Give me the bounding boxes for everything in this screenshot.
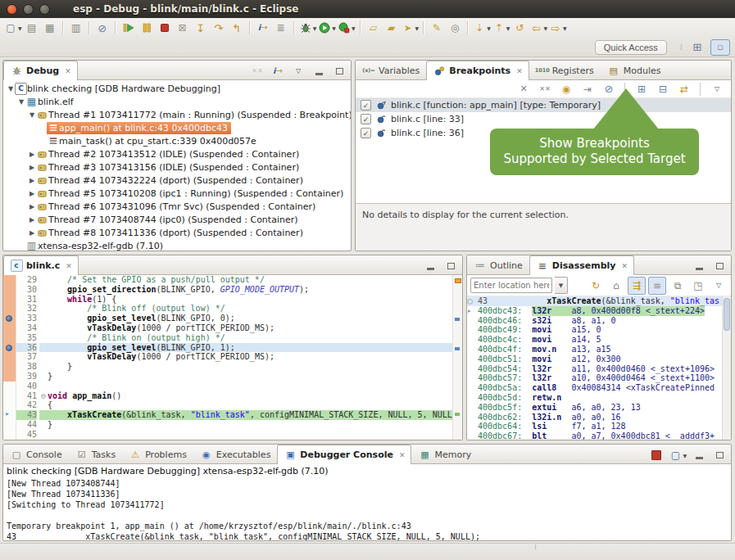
debug-perspective-button[interactable]: ▫	[710, 39, 730, 56]
toolbar-print-button[interactable]: ▥	[67, 19, 85, 37]
fold-marker[interactable]	[39, 343, 48, 353]
disassembly-minimize-button[interactable]	[690, 257, 708, 275]
toolbar-skip-all-breakpoints-button[interactable]: ⊘	[93, 19, 111, 37]
view-tab-modules[interactable]: ▤Modules	[601, 61, 668, 79]
fold-marker[interactable]	[39, 362, 48, 372]
tree-expander-icon[interactable]: ▶	[28, 203, 36, 210]
gutter-line[interactable]	[3, 362, 16, 372]
disassembly-show-source-button[interactable]: ≡	[648, 277, 666, 295]
new-wizard-dropdown-arrow[interactable]: ▼	[18, 25, 22, 31]
debug-tab-debug[interactable]: Debug✕	[3, 61, 78, 80]
view-tab-registers[interactable]: 1010Registers	[529, 61, 601, 79]
tree-row[interactable]: main_task() at cpu_start.c:339 0x400d057…	[3, 134, 351, 147]
debug-view-minimize-button[interactable]	[310, 62, 328, 80]
gutter-line[interactable]	[3, 295, 16, 305]
fold-marker[interactable]	[39, 304, 48, 314]
back-dropdown-arrow[interactable]: ▼	[543, 25, 547, 31]
overview-mark-breakpoint-36[interactable]	[455, 347, 460, 350]
tree-expander-icon[interactable]: ▶	[28, 164, 36, 171]
tree-row[interactable]: ▼▦blink.elf	[3, 95, 351, 108]
breakpoint-checkbox[interactable]: ✓	[361, 100, 371, 111]
tree-expander-icon[interactable]: ▶	[28, 190, 36, 197]
gutter-line[interactable]	[3, 400, 16, 410]
tree-row[interactable]: ▶Thread #4 1073432224 (dport) (Suspended…	[3, 174, 351, 187]
launch-target-dropdown-arrow[interactable]: ▼	[415, 25, 420, 31]
fold-marker[interactable]: ⊖	[39, 391, 48, 401]
tree-row[interactable]: ▼Cblink checking [GDB Hardware Debugging…	[3, 82, 351, 95]
open-perspective-button[interactable]: ⊞	[687, 39, 707, 56]
toolbar-disconnect-button[interactable]: ⊠	[174, 19, 192, 37]
gutter-line[interactable]	[3, 391, 16, 401]
breakpoint-marker-icon[interactable]	[6, 315, 12, 322]
fold-marker[interactable]	[39, 410, 48, 420]
editor-overview-ruler[interactable]	[452, 275, 462, 440]
tree-expander-icon[interactable]: ▼	[28, 111, 36, 119]
gutter-line[interactable]	[3, 304, 16, 314]
breakpoints-show-breakpoints-supported-button[interactable]: ◉	[557, 80, 575, 98]
tree-row[interactable]: ▶Thread #5 1073410208 (ipc1 : Running) (…	[3, 187, 351, 200]
debug-view-view-menu-button[interactable]: ▽	[289, 62, 307, 80]
editor-maximize-button[interactable]	[442, 257, 460, 275]
fold-marker[interactable]	[39, 400, 48, 410]
location-input[interactable]	[470, 278, 552, 293]
tree-expander-icon[interactable]: ▶	[28, 151, 36, 158]
disassembly-home-button[interactable]: ⌂	[607, 277, 625, 295]
tree-row[interactable]: ▶Thread #7 1073408744 (ipc0) (Suspended …	[3, 213, 351, 226]
fold-marker[interactable]	[39, 275, 48, 285]
fold-marker[interactable]	[39, 295, 48, 305]
disassembly-copy-button[interactable]: ⧉	[669, 277, 687, 295]
disassembly-scrollbar[interactable]	[722, 296, 731, 440]
sash-drag-handle[interactable]: ⁞	[534, 545, 537, 549]
fold-marker[interactable]	[39, 352, 48, 362]
tree-row[interactable]: app_main() at blink.c:43 0x400dbc43	[3, 121, 351, 134]
toolbar-previous-annotation-button[interactable]: ⇡▼	[492, 19, 511, 37]
window-minimize-button[interactable]	[23, 4, 34, 15]
disassembly-instruction-row[interactable]: 400dbc64: lsi f7, a1, 128	[467, 422, 731, 431]
toolbar-forward-button[interactable]: ⇨▼	[548, 19, 568, 37]
window-maximize-button[interactable]	[39, 4, 50, 15]
toolbar-mark-occurrences-button[interactable]: ◎	[446, 19, 464, 37]
disassembly-instruction-row[interactable]: 400dbc49: movi a15, 0	[467, 325, 731, 335]
close-tab-icon[interactable]: ✕	[65, 67, 71, 75]
debug-view-instruction-stepping-button[interactable]: i→	[269, 62, 287, 80]
toolbar-launch-target-button[interactable]: ➤▼	[401, 19, 420, 37]
disassembly-instruction-row[interactable]: 400dbc4c: movi a14, 5	[467, 335, 731, 345]
toolbar-new-wizard-button[interactable]: ▢▼	[3, 19, 23, 37]
toolbar-debug-button[interactable]: ▼	[298, 19, 318, 37]
previous-annotation-dropdown-arrow[interactable]: ▼	[506, 25, 510, 31]
gutter-line[interactable]	[3, 323, 16, 333]
tree-row[interactable]: ▶Thread #8 1073411336 (dport) (Suspended…	[3, 226, 351, 239]
window-close-button[interactable]	[7, 4, 17, 15]
disassembly-instruction-row[interactable]: 400dbc54: l32r a11, 0x400d0460 <_stext+1…	[467, 364, 731, 374]
gutter-line[interactable]	[3, 314, 16, 323]
toolbar-external-tools-button[interactable]: ▼	[337, 19, 356, 37]
gutter-line[interactable]	[3, 275, 16, 285]
console-tab-problems[interactable]: ⚠Problems	[122, 445, 193, 463]
gutter-line[interactable]	[3, 285, 16, 295]
tree-row[interactable]: ▶Thread #2 1073413512 (IDLE) (Suspended …	[3, 147, 351, 160]
disassembly-view-menu-button[interactable]: ▽	[710, 277, 728, 295]
forward-dropdown-arrow[interactable]: ▼	[563, 25, 567, 31]
fold-marker[interactable]	[39, 314, 48, 323]
toolbar-back-button[interactable]: ⇦▼	[529, 19, 548, 37]
editor-fold-column[interactable]: ⊖	[39, 275, 48, 440]
tree-expander-icon[interactable]: ▼	[17, 98, 25, 106]
console-tab-executables[interactable]: ◉Executables	[193, 445, 278, 463]
gutter-line[interactable]	[3, 420, 16, 430]
next-annotation-dropdown-arrow[interactable]: ▼	[487, 25, 491, 31]
toolbar-step-into-button[interactable]: ↧	[192, 19, 210, 37]
toolbar-run-button[interactable]: ▼	[317, 19, 337, 37]
fold-marker[interactable]	[39, 430, 48, 440]
disassembly-instruction-row[interactable]: 400dbc46: s32i a8, a1, 0	[467, 316, 731, 326]
toolbar-suspend-button[interactable]	[138, 19, 156, 37]
breakpoints-remove-breakpoint-button[interactable]: ✕	[515, 80, 533, 98]
disassembly-listing[interactable]: ⬡43 xTaskCreate(&blink_task, "blink_tas➤…	[467, 296, 731, 440]
console-maximize-button[interactable]	[710, 446, 728, 464]
view-tab-disassembly[interactable]: ≡Disassembly✕	[529, 255, 634, 275]
tree-row[interactable]: ▶Thread #3 1073413156 (IDLE) (Suspended …	[3, 160, 351, 174]
toolbar-new-c-project-button[interactable]: ▱	[365, 19, 383, 37]
breakpoint-marker-icon[interactable]	[6, 345, 12, 351]
gutter-line[interactable]	[3, 352, 16, 362]
fold-marker[interactable]	[39, 323, 48, 333]
breakpoints-view-menu-button[interactable]: ▽	[708, 80, 726, 98]
